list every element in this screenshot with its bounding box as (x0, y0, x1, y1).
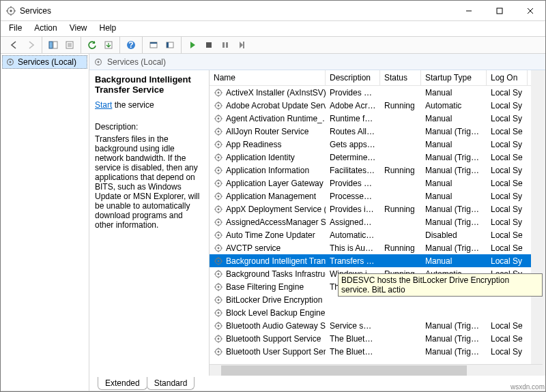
service-row[interactable]: App ReadinessGets apps re…ManualLocal Sy (210, 138, 531, 151)
cell-name: AppX Deployment Service (… (210, 205, 326, 214)
export-button[interactable] (101, 37, 116, 52)
stop-service-button[interactable] (201, 37, 216, 52)
service-gear-icon (214, 230, 223, 240)
cell-startup: Manual (Trig… (421, 321, 487, 331)
service-row[interactable]: Block Level Backup Engine … (210, 306, 531, 319)
minimize-button[interactable] (453, 1, 484, 20)
service-row[interactable]: AVCTP serviceThis is Audi…RunningManual … (210, 241, 531, 254)
cell-logon: Local Sy (487, 217, 528, 227)
cell-status: Running (380, 101, 421, 110)
vertical-scrollbar[interactable] (531, 70, 543, 364)
menu-help[interactable]: Help (94, 22, 122, 34)
cell-name: AssignedAccessManager Se… (210, 217, 326, 227)
svg-rect-26 (243, 42, 244, 48)
service-row[interactable]: Agent Activation Runtime_…Runtime for…Ma… (210, 112, 531, 125)
show-hide-tree-button[interactable] (46, 37, 61, 52)
svg-rect-20 (150, 42, 157, 44)
svg-rect-11 (53, 42, 57, 48)
back-button[interactable] (7, 37, 22, 52)
service-row[interactable]: AssignedAccessManager Se…AssignedAc…Manu… (210, 215, 531, 228)
horizontal-scrollbar-thumb[interactable] (221, 365, 467, 376)
cell-startup: Manual (Trig… (421, 205, 487, 214)
menu-view[interactable]: View (64, 22, 93, 34)
close-button[interactable] (515, 1, 545, 20)
svg-point-122 (218, 286, 220, 288)
description-text: Transfers files in the background using … (95, 134, 203, 230)
help-button[interactable]: ? (124, 37, 139, 52)
cell-name: Bluetooth Audio Gateway S… (210, 321, 326, 331)
horizontal-scrollbar[interactable] (210, 364, 543, 376)
col-name[interactable]: Name (210, 70, 326, 85)
service-row[interactable]: Bluetooth User Support Ser…The Blueto…Ma… (210, 345, 531, 358)
tree-root-item[interactable]: Services (Local) (2, 55, 87, 69)
service-row[interactable]: Application IdentityDetermines …Manual (… (210, 151, 531, 164)
cell-description: The Blueto… (326, 347, 380, 357)
service-row[interactable]: Background Intelligent Tran…Transfers fi… (210, 254, 531, 267)
cell-startup: Automatic (421, 101, 487, 110)
toolbar-icon-1[interactable] (146, 37, 161, 52)
service-row[interactable]: Application ManagementProcesses in…Manua… (210, 190, 531, 202)
service-gear-icon (214, 179, 223, 188)
cell-startup: Manual (Trig… (421, 334, 487, 344)
start-service-button[interactable] (185, 37, 200, 52)
refresh-button[interactable] (85, 37, 100, 52)
toolbar-icon-2[interactable] (162, 37, 177, 52)
result-pane: Services (Local) Background Intelligent … (89, 54, 545, 391)
service-row[interactable]: Bluetooth Audio Gateway S…Service sup…Ma… (210, 319, 531, 332)
col-description[interactable]: Description (326, 70, 380, 85)
description-label: Description: (95, 122, 203, 132)
forward-button[interactable] (23, 37, 38, 52)
cell-logon: Local Sy (487, 101, 528, 110)
start-service-link[interactable]: Start (95, 100, 112, 110)
svg-point-146 (218, 337, 220, 340)
menu-file[interactable]: File (3, 22, 27, 34)
svg-point-152 (218, 350, 220, 352)
restart-service-button[interactable] (234, 37, 249, 52)
col-startup-type[interactable]: Startup Type (421, 70, 487, 85)
cell-logon: Local Sy (487, 140, 528, 149)
services-window: Services File Action View Help ? (0, 0, 546, 392)
tree-pane: Services (Local) (1, 54, 89, 391)
service-row[interactable]: Auto Time Zone UpdaterAutomatica…Disable… (210, 228, 531, 241)
maximize-button[interactable] (484, 1, 515, 20)
cell-description: Determines … (326, 153, 380, 162)
tab-standard[interactable]: Standard (147, 377, 195, 390)
list-header: Name Description Status Startup Type Log… (210, 70, 531, 86)
col-logon[interactable]: Log On (487, 70, 528, 85)
svg-point-110 (218, 260, 220, 262)
svg-rect-25 (226, 42, 228, 48)
service-row[interactable]: Application Layer Gateway …Provides su…M… (210, 177, 531, 190)
svg-point-62 (218, 156, 220, 158)
menu-action[interactable]: Action (29, 22, 62, 34)
service-gear-icon (214, 295, 223, 305)
cell-startup: Manual (421, 256, 487, 266)
pause-service-button[interactable] (218, 37, 233, 52)
cell-description: Routes AllJo… (326, 127, 380, 136)
cell-logon: Local Se (487, 321, 528, 331)
service-row[interactable]: Bluetooth Support ServiceThe Blueto…Manu… (210, 332, 531, 345)
service-row[interactable]: AllJoyn Router ServiceRoutes AllJo…Manua… (210, 125, 531, 138)
col-status[interactable]: Status (380, 70, 421, 85)
svg-point-86 (218, 208, 220, 210)
svg-point-92 (218, 221, 220, 223)
cell-description: The Blueto… (326, 334, 380, 344)
cell-logon: Local Se (487, 334, 528, 344)
cell-logon: Local Sy (487, 347, 528, 357)
watermark: wsxdn.com (511, 383, 545, 391)
tab-extended[interactable]: Extended (98, 377, 147, 390)
main-body: Services (Local) Services (Local) Backgr… (1, 54, 545, 391)
cell-status: Running (380, 243, 421, 253)
svg-point-80 (218, 195, 220, 197)
selected-service-name: Background Intelligent Transfer Service (95, 74, 203, 95)
svg-point-134 (218, 312, 220, 314)
service-row[interactable]: Application InformationFacilitates t…Run… (210, 164, 531, 177)
cell-logon: Local Se (487, 153, 528, 162)
properties-button[interactable] (62, 37, 77, 52)
service-row[interactable]: AppX Deployment Service (…Provides inf…R… (210, 202, 531, 215)
cell-startup: Manual (Trig… (421, 127, 487, 136)
service-row[interactable]: Adobe Acrobat Update Serv…Adobe Acro…Run… (210, 99, 531, 112)
cell-logon: Local Sy (487, 205, 528, 214)
cell-logon: Local Se (487, 179, 528, 188)
svg-point-38 (218, 104, 220, 106)
service-row[interactable]: ActiveX Installer (AxInstSV)Provides Us…… (210, 86, 531, 99)
